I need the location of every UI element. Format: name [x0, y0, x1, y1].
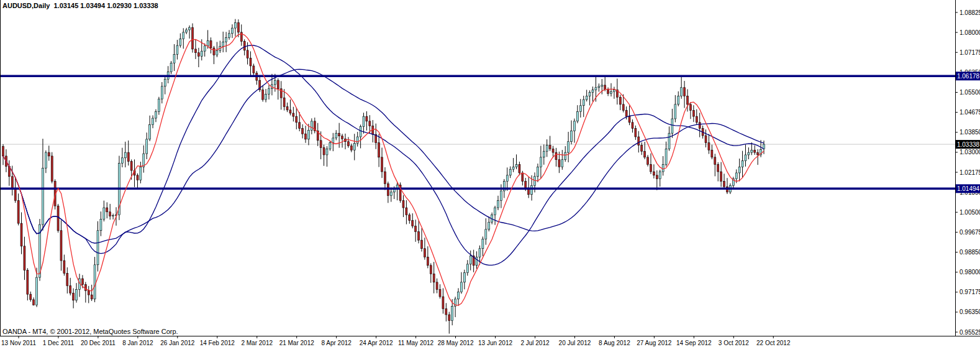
- price-chart-canvas[interactable]: 1.088251.080001.071751.063501.055001.046…: [0, 0, 980, 352]
- bear-candle: [653, 172, 655, 175]
- bull-candle: [222, 42, 224, 46]
- bull-candle: [103, 208, 105, 219]
- bull-candle: [155, 111, 157, 118]
- horizontal-lines-layer[interactable]: [0, 76, 955, 188]
- bear-candle: [305, 134, 307, 139]
- bear-candle: [711, 150, 713, 157]
- bull-candle: [610, 92, 612, 94]
- bull-candle: [601, 85, 603, 86]
- bear-candle: [705, 136, 707, 143]
- bear-candle: [555, 152, 557, 160]
- bull-candle: [565, 152, 566, 160]
- bear-candle: [442, 297, 444, 308]
- bull-candle: [537, 167, 538, 176]
- bear-candle: [81, 279, 83, 285]
- bull-candle: [583, 100, 584, 106]
- price-tick-label: 1.07175: [960, 49, 980, 56]
- bear-candle: [299, 123, 301, 129]
- bear-candle: [549, 146, 551, 149]
- candles-layer: [2, 19, 765, 334]
- bull-candle: [204, 46, 206, 51]
- bear-candle: [406, 208, 407, 215]
- bull-candle: [488, 222, 490, 229]
- bull-candle: [735, 173, 737, 179]
- bull-candle: [335, 133, 337, 138]
- price-tick-label: 1.08825: [960, 9, 980, 16]
- bear-candle: [420, 240, 422, 249]
- bull-candle: [329, 143, 331, 149]
- date-tick-label: 20 Dec 2011: [81, 340, 116, 346]
- bear-candle: [33, 300, 35, 305]
- bear-candle: [262, 90, 264, 100]
- bear-candle: [57, 206, 59, 231]
- bear-candle: [757, 152, 759, 155]
- date-axis[interactable]: 13 Nov 20111 Dec 201120 Dec 20118 Jan 20…: [1, 336, 791, 346]
- price-axis[interactable]: 1.088251.080001.071751.063501.055001.046…: [955, 9, 980, 336]
- bear-candle: [289, 110, 291, 113]
- bull-candle: [36, 277, 38, 305]
- bull-candle: [140, 167, 142, 180]
- bear-candle: [638, 137, 640, 146]
- date-tick-label: 14 Sep 2012: [676, 340, 712, 346]
- bear-candle: [635, 128, 637, 137]
- bull-candle: [124, 152, 126, 158]
- bull-candle: [613, 90, 615, 92]
- bull-candle: [164, 79, 166, 86]
- bear-candle: [63, 261, 65, 273]
- bear-candle: [625, 110, 627, 116]
- date-tick-label: 22 Oct 2012: [756, 340, 791, 346]
- bear-candle: [409, 215, 411, 221]
- bull-candle: [183, 32, 184, 39]
- bull-candle: [100, 219, 102, 230]
- bull-candle: [94, 265, 96, 299]
- bull-candle: [274, 80, 276, 85]
- chart-title: AUDUSD,Daily 1.03145 1.03494 1.02930 1.0…: [2, 2, 158, 9]
- bull-candle: [466, 264, 468, 273]
- bear-candle: [650, 164, 651, 172]
- bear-candle: [283, 98, 285, 106]
- price-tick-label: 1.05500: [960, 89, 980, 96]
- bear-candle: [607, 90, 609, 94]
- bear-candle: [427, 257, 429, 266]
- bull-candle: [571, 131, 573, 141]
- bear-candle: [2, 146, 4, 155]
- bull-candle: [265, 94, 267, 100]
- date-tick-label: 1 Dec 2011: [43, 340, 75, 346]
- date-tick-label: 20 Jul 2012: [559, 340, 591, 346]
- bull-candle: [201, 51, 202, 56]
- bear-candle: [17, 200, 19, 223]
- date-tick-label: 24 Apr 2012: [360, 340, 393, 346]
- bear-candle: [320, 141, 322, 148]
- bull-candle: [476, 257, 478, 266]
- bear-candle: [127, 152, 129, 161]
- bull-candle: [668, 133, 670, 149]
- bull-candle: [332, 138, 334, 143]
- bear-candle: [436, 282, 438, 290]
- date-tick-label: 13 Jun 2012: [478, 340, 512, 346]
- bear-candle: [91, 295, 93, 299]
- mt4-chart-window[interactable]: 1.088251.080001.071751.063501.055001.046…: [0, 0, 980, 352]
- bull-candle: [173, 54, 175, 63]
- bull-candle: [515, 164, 517, 167]
- bull-candle: [158, 99, 160, 111]
- bear-candle: [66, 273, 68, 285]
- bull-candle: [665, 149, 667, 164]
- price-badge-label: 1.01494: [957, 185, 980, 192]
- bull-candle: [229, 34, 230, 38]
- bull-candle: [152, 118, 154, 125]
- bear-candle: [522, 173, 524, 182]
- bear-candle: [350, 146, 352, 150]
- bear-candle: [415, 226, 417, 232]
- bull-candle: [506, 175, 508, 182]
- bull-candle: [326, 149, 328, 155]
- bull-candle: [742, 161, 743, 167]
- date-tick-label: 14 Feb 2012: [200, 340, 235, 346]
- bear-candle: [656, 175, 658, 179]
- price-tick-label: 1.00500: [960, 209, 980, 216]
- bull-candle: [512, 167, 514, 169]
- bull-candle: [179, 39, 181, 46]
- bull-candle: [42, 168, 43, 225]
- bear-candle: [11, 177, 13, 188]
- bear-candle: [192, 27, 194, 49]
- bear-candle: [692, 110, 694, 116]
